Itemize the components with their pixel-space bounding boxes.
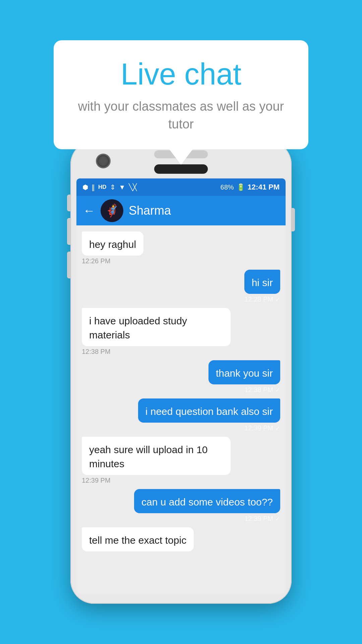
avatar: 🦸 [101,199,123,222]
message-7: can u add some videos too?? 12:39 PM ✓ [134,489,280,523]
status-left-icons: ⬢ ‖ HD ⇕ ▼ ╲╳ [82,183,137,191]
bubble-subtitle: with your classmates as well as your tut… [74,98,288,133]
phone-screen: ⬢ ‖ HD ⇕ ▼ ╲╳ 68% 🔋 12:41 PM ← 🦸 [76,178,286,594]
message-7-text: can u add some videos too?? [141,496,273,507]
status-time: 12:41 PM [248,183,280,192]
message-2-bubble: hi sir [244,270,280,294]
message-1-time: 12:26 PM [82,257,143,265]
message-8-text: tell me the exact topic [89,535,186,546]
speech-bubble: Live chat with your classmates as well a… [54,40,308,149]
check-icon-7: ✓ [275,515,280,523]
status-right-icons: 68% 🔋 12:41 PM [221,183,280,192]
message-5: i need question bank also sir 12:39 PM ✓ [138,398,280,432]
data-transfer-icon: ⇕ [110,183,116,191]
check-icon-5: ✓ [275,425,280,432]
message-3-time: 12:38 PM [82,348,231,356]
volume-up-button [67,218,71,245]
message-6-text: yeah sure will upload in 10 minutes [89,444,208,469]
vibrate-icon: ‖ [92,183,95,191]
message-6-bubble: yeah sure will upload in 10 minutes [82,437,231,475]
message-7-bubble: can u add some videos too?? [134,489,280,513]
avatar-icon: 🦸 [105,204,120,218]
message-8-partial: tell me the exact topic [82,527,194,551]
check-icon: ✓ [275,296,280,303]
back-button[interactable]: ← [83,205,95,217]
chat-header: ← 🦸 Sharma [76,196,286,225]
message-4: thank you sir 12:38 PM ✓ [208,360,280,394]
status-bar: ⬢ ‖ HD ⇕ ▼ ╲╳ 68% 🔋 12:41 PM [76,178,286,196]
wifi-icon: ▼ [119,183,126,191]
message-2: hi sir 12:28 PM ✓ [244,270,280,303]
battery-percent: 68% [221,183,234,191]
message-3: i have uploaded study materials 12:38 PM [82,308,231,356]
power-button [291,208,295,231]
volume-down-button [67,252,71,278]
message-5-bubble: i need question bank also sir [138,398,280,423]
bubble-title: Live chat [74,58,288,91]
message-1-bubble: hey raghul [82,231,143,256]
front-camera [97,155,109,167]
message-7-time: 12:39 PM ✓ [134,515,280,523]
bluetooth-icon: ⬢ [82,183,88,191]
hd-icon: HD [98,184,107,191]
phone-outer: ⬢ ‖ HD ⇕ ▼ ╲╳ 68% 🔋 12:41 PM ← 🦸 [70,141,292,604]
phone-mockup: ⬢ ‖ HD ⇕ ▼ ╲╳ 68% 🔋 12:41 PM ← 🦸 [70,141,292,604]
message-3-bubble: i have uploaded study materials [82,308,231,346]
mute-button [67,195,71,211]
message-5-text: i need question bank also sir [145,406,273,417]
message-3-text: i have uploaded study materials [89,315,187,340]
message-1: hey raghul 12:26 PM [82,231,143,265]
message-5-time: 12:39 PM ✓ [138,424,280,432]
contact-name: Sharma [129,204,171,218]
message-4-bubble: thank you sir [208,360,280,384]
message-2-time: 12:28 PM ✓ [244,296,280,303]
message-8-bubble: tell me the exact topic [82,527,194,551]
message-2-text: hi sir [252,277,273,288]
message-6-time: 12:39 PM [82,477,231,484]
battery-icon: 🔋 [237,183,245,191]
speech-bubble-container: Live chat with your classmates as well a… [54,40,308,149]
message-4-time: 12:38 PM ✓ [208,386,280,394]
message-6: yeah sure will upload in 10 minutes 12:3… [82,437,231,484]
signal-icon: ╲╳ [129,183,137,191]
check-icon-4: ✓ [275,386,280,394]
message-4-text: thank you sir [216,368,273,379]
chat-area: hey raghul 12:26 PM hi sir 12:28 PM ✓ [76,225,286,594]
phone-earpiece [154,164,208,174]
message-1-text: hey raghul [89,239,136,250]
